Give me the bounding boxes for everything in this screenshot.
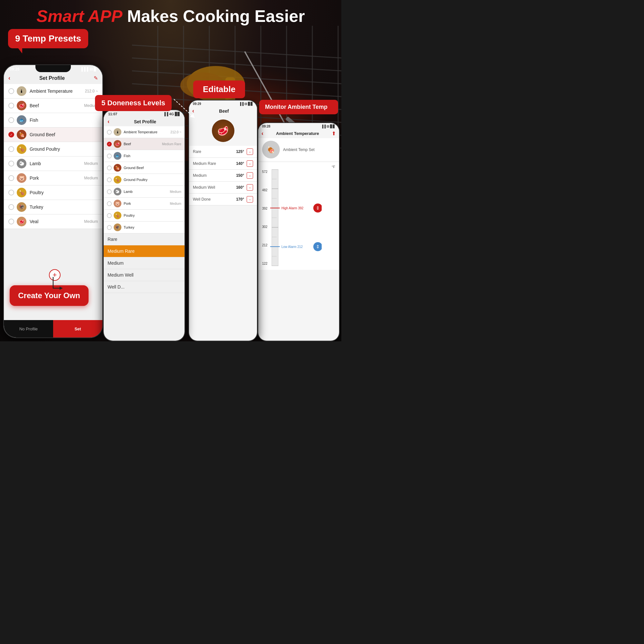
list-item[interactable]: 🦃 Turkey (4, 200, 102, 214)
ambient-food-icon: 🍖 (262, 141, 280, 158)
list-item[interactable]: 🍗 Poultry (4, 185, 102, 200)
list-item[interactable]: 🍗 Ground Poultry (104, 174, 185, 186)
food-icon: 🌡 (114, 128, 121, 136)
beef-row-medium[interactable]: Medium 150° – (189, 170, 257, 182)
edit-medium-button[interactable]: – (247, 172, 253, 179)
level-medium-well: Medium Well (193, 185, 236, 190)
list-item-selected[interactable]: ✓ 🍖 Ground Beef (4, 128, 102, 142)
list-item[interactable]: 🐟 Fish (4, 113, 102, 128)
check-circle (107, 177, 112, 182)
svg-line-24 (174, 99, 192, 115)
doneness-medium-well-label: Medium Well (108, 272, 134, 278)
food-level: 212.0 ~ (170, 130, 181, 134)
edit-medium-well-button[interactable]: – (247, 184, 253, 191)
food-level: Medium (84, 219, 98, 224)
list-item[interactable]: 🐑 Lamb Medium (4, 156, 102, 171)
doneness-medium[interactable]: Medium (104, 257, 185, 269)
phone1-bottom-bar: No Profile Set (4, 320, 102, 337)
temp-medium: 150° (236, 173, 244, 178)
food-icon: 🐷 (114, 200, 121, 207)
food-name: Fish (124, 154, 181, 158)
no-profile-button[interactable]: No Profile (4, 320, 53, 337)
create-own-label: Create Your Own (18, 291, 80, 300)
doneness-rare-label: Rare (108, 237, 117, 242)
gauge-container: °F 572 482 392 302 212 122 (258, 162, 339, 270)
svg-text:⇕: ⇕ (316, 244, 320, 249)
gauge-numbers: 572 482 392 302 212 122 (262, 169, 268, 266)
set-button[interactable]: Set (53, 320, 102, 337)
check-circle (107, 130, 112, 135)
check-circle (107, 201, 112, 206)
food-icon: 🍗 (114, 176, 121, 184)
beef-row-medium-rare[interactable]: Medium Rare 140° – (189, 158, 257, 170)
list-item[interactable]: 🍖 Ground Beef (104, 162, 185, 174)
phone4-header: ‹ Ambient Temperature ⬆ (258, 129, 339, 138)
food-name: Beef (30, 103, 84, 108)
food-name: Ground Poultry (124, 178, 181, 182)
food-icon-turkey: 🦃 (17, 202, 26, 212)
list-item[interactable]: 🥩 Beef Medium (4, 99, 102, 113)
food-name: Fish (30, 118, 98, 123)
doneness-medium-label: Medium (108, 260, 124, 266)
list-item[interactable]: 🐑 Lamb Medium (104, 186, 185, 198)
beef-row-rare[interactable]: Rare 125° – (189, 146, 257, 158)
food-icon-lamb: 🐑 (17, 159, 26, 168)
phone1-notch (35, 65, 71, 72)
list-item[interactable]: 🥩 Veal Medium (4, 214, 102, 229)
list-item[interactable]: 🍗 Poultry (104, 210, 185, 222)
phone4-share-icon[interactable]: ⬆ (332, 130, 336, 137)
badge-presets-label: 9 Temp Presets (15, 33, 81, 43)
level-medium-rare: Medium Rare (193, 161, 236, 166)
edit-medium-rare-button[interactable]: – (247, 160, 253, 167)
doneness-well-label: Well D... (108, 284, 125, 289)
phone4-signal: ▐▐ ⊟ ▊▊ (321, 125, 335, 128)
doneness-medium-rare[interactable]: Medium Rare (104, 245, 185, 257)
food-icon-pork: 🐷 (17, 173, 26, 183)
doneness-well-done[interactable]: Well D... (104, 281, 185, 293)
level-medium: Medium (193, 173, 236, 178)
food-name: Ambient Temperature (124, 130, 170, 134)
doneness-rare[interactable]: Rare (104, 233, 185, 245)
food-icon: 🐟 (114, 152, 121, 160)
gauge-122: 122 (262, 262, 268, 265)
list-item[interactable]: 🐷 Pork Medium (104, 198, 185, 210)
phone1-title: Set Profile (39, 75, 65, 81)
list-item[interactable]: 🦃 Turkey (104, 222, 185, 233)
phone4-status-bar: 09:28 ▐▐ ⊟ ▊▊ (258, 123, 339, 129)
ambient-content: 🍖 Ambient Temp Set (258, 138, 339, 161)
food-name: Poultry (30, 190, 98, 195)
dashed-arrow (171, 96, 196, 122)
phone1-edit-icon[interactable]: ✎ (94, 75, 98, 81)
edit-well-done-button[interactable]: – (247, 196, 253, 203)
phone3: 09:29 ▐▐ ⊟ ▊▊ ‹ Beef 🥩 Rare 125° – Mediu… (188, 100, 258, 341)
badge-ambient: Monitor Ambient Temp (259, 100, 338, 114)
food-icon-ground-poultry: 🍗 (17, 144, 26, 154)
edit-rare-button[interactable]: – (247, 148, 253, 155)
beef-row-medium-well[interactable]: Medium Well 160° – (189, 182, 257, 194)
beef-row-well-done[interactable]: Well Done 170° – (189, 194, 257, 205)
phone1-back-icon[interactable]: ‹ (8, 75, 10, 81)
list-item[interactable]: 🐷 Pork Medium (4, 171, 102, 185)
check-circle (107, 166, 112, 170)
list-item-selected[interactable]: ✓ 🥩 Beef Medium Rare (104, 138, 185, 150)
ambient-temp-set-label: Ambient Temp Set (283, 141, 315, 158)
badge-ambient-label: Monitor Ambient Temp (265, 104, 327, 110)
temp-medium-rare: 140° (236, 161, 244, 166)
phone1-signal: ▐▐▐ ⊟ ▊ (80, 67, 97, 71)
phone2-screen: 11:07 ▐▐ 4G ▊▊ ‹ Set Profile 🌡 Ambient T… (104, 110, 185, 341)
food-name: Ground Poultry (30, 147, 98, 152)
list-item[interactable]: 🍗 Ground Poultry (4, 142, 102, 156)
set-label: Set (74, 327, 81, 331)
badge-editable: Editable (193, 81, 245, 98)
food-name: Veal (30, 219, 84, 224)
list-item[interactable]: 🌡 Ambient Temperature 212.0 ~ (4, 84, 102, 99)
doneness-medium-well[interactable]: Medium Well (104, 269, 185, 281)
food-name: Ground Beef (124, 166, 181, 170)
phone1-time: 09:26 (10, 67, 20, 71)
list-item[interactable]: 🌡 Ambient Temperature 212.0 ~ (104, 126, 185, 138)
phone2: 11:07 ▐▐ 4G ▊▊ ‹ Set Profile 🌡 Ambient T… (103, 109, 185, 341)
food-level: Medium (84, 176, 98, 180)
list-item[interactable]: 🐟 Fish (104, 150, 185, 162)
create-your-own-button[interactable]: Create Your Own (10, 285, 89, 306)
check-circle (8, 88, 14, 94)
